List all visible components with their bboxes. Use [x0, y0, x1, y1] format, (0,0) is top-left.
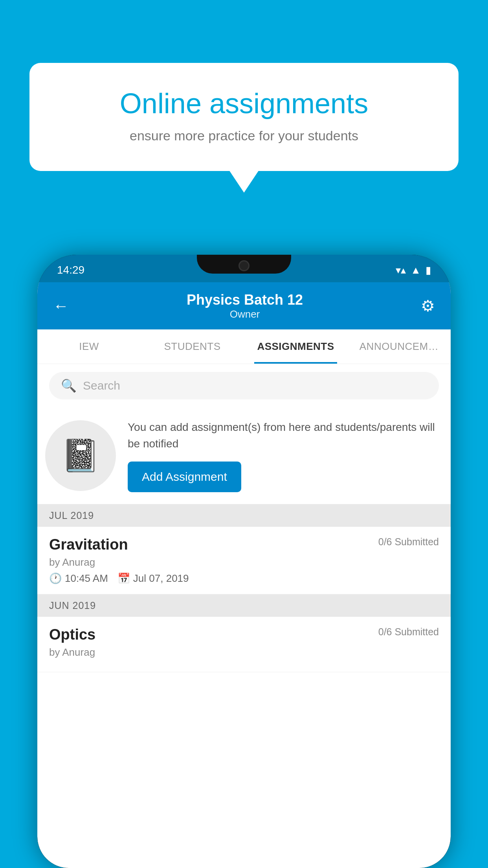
tab-iew[interactable]: IEW [37, 329, 141, 364]
batch-owner-label: Owner [187, 308, 303, 320]
back-button[interactable]: ← [53, 297, 69, 315]
empty-state-description: You can add assignment(s) from here and … [128, 419, 439, 452]
search-placeholder: Search [83, 379, 120, 392]
speech-bubble-title: Online assignments [57, 86, 431, 120]
optics-author: by Anurag [49, 646, 439, 658]
search-bar[interactable]: 🔍 Search [49, 372, 439, 399]
assignment-meta: 🕐 10:45 AM 📅 Jul 07, 2019 [49, 572, 439, 585]
calendar-icon: 📅 [117, 572, 130, 585]
speech-bubble-subtitle: ensure more practice for your students [57, 128, 431, 143]
wifi-icon: ▾▴ [396, 264, 406, 276]
signal-icon: ▲ [411, 264, 421, 276]
empty-state: 📓 You can add assignment(s) from here an… [37, 407, 451, 504]
month-section-jun: JUN 2019 [37, 594, 451, 617]
optics-name: Optics [49, 626, 95, 643]
speech-bubble-card: Online assignments ensure more practice … [29, 63, 459, 171]
app-header: ← Physics Batch 12 Owner ⚙ [37, 282, 451, 329]
assignment-author: by Anurag [49, 556, 439, 568]
tab-students[interactable]: STUDENTS [141, 329, 244, 364]
assignment-date: 📅 Jul 07, 2019 [117, 572, 189, 585]
assignment-item-gravitation[interactable]: Gravitation 0/6 Submitted by Anurag 🕐 10… [37, 527, 451, 594]
header-title-section: Physics Batch 12 Owner [187, 292, 303, 320]
assignment-time: 🕐 10:45 AM [49, 572, 108, 585]
assignment-icon-circle: 📓 [45, 420, 116, 491]
assignment-item-optics[interactable]: Optics 0/6 Submitted by Anurag [37, 617, 451, 672]
add-assignment-button[interactable]: Add Assignment [128, 462, 241, 492]
search-icon: 🔍 [61, 378, 77, 393]
notebook-icon: 📓 [61, 437, 100, 474]
search-container: 🔍 Search [37, 364, 451, 407]
assignment-submitted: 0/6 Submitted [378, 536, 439, 548]
empty-state-content: You can add assignment(s) from here and … [128, 419, 439, 492]
phone-frame: 14:29 ▾▴ ▲ ▮ ← Physics Batch 12 Owner ⚙ … [37, 255, 451, 868]
app-screen: ← Physics Batch 12 Owner ⚙ IEW STUDENTS … [37, 282, 451, 868]
month-section-jul: JUL 2019 [37, 504, 451, 527]
status-icons: ▾▴ ▲ ▮ [396, 261, 431, 276]
status-time: 14:29 [57, 261, 84, 276]
settings-icon[interactable]: ⚙ [421, 297, 435, 315]
battery-icon: ▮ [426, 264, 431, 276]
assignment-name: Gravitation [49, 536, 128, 553]
batch-title: Physics Batch 12 [187, 292, 303, 308]
clock-icon: 🕐 [49, 572, 62, 585]
phone-camera [238, 260, 250, 271]
phone-notch [197, 255, 291, 274]
tab-announcements[interactable]: ANNOUNCEM… [347, 329, 451, 364]
tab-assignments[interactable]: ASSIGNMENTS [244, 329, 347, 364]
assignment-header: Gravitation 0/6 Submitted [49, 536, 439, 553]
optics-submitted: 0/6 Submitted [378, 626, 439, 638]
optics-header: Optics 0/6 Submitted [49, 626, 439, 643]
tabs-bar: IEW STUDENTS ASSIGNMENTS ANNOUNCEM… [37, 329, 451, 364]
